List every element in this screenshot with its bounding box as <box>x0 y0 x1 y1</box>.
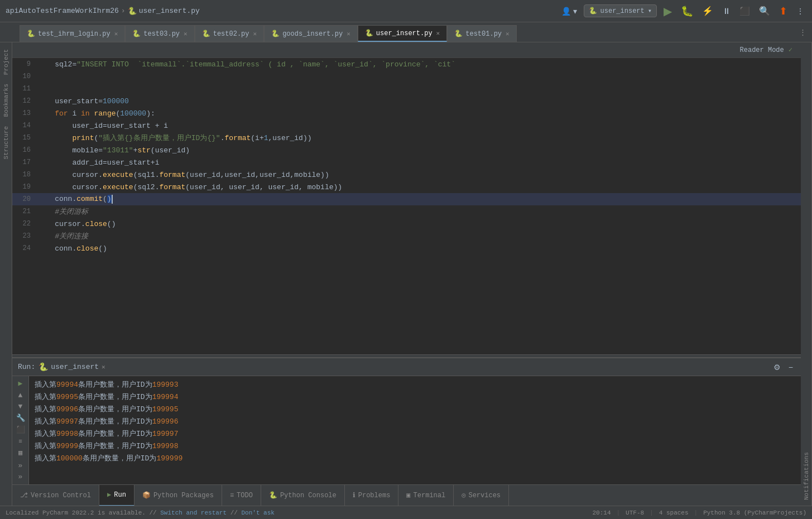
run-button[interactable]: ▶ <box>661 3 674 19</box>
tab-pkg-label: Python Packages <box>153 492 214 499</box>
tab-test03[interactable]: 🐍 test03.py ✕ <box>125 25 194 42</box>
status-encoding: UTF-8 <box>626 510 644 516</box>
profile-run-button[interactable]: ⏸ <box>720 5 733 17</box>
project-name[interactable]: apiAutoTestFrameWorkIhrm26 <box>6 7 119 15</box>
tab-close[interactable]: ✕ <box>253 30 257 37</box>
tab-test02[interactable]: 🐍 test02.py ✕ <box>195 25 264 42</box>
notifications-sidebar[interactable]: Notifications <box>801 42 812 506</box>
run-config-arrow: ▾ <box>648 7 652 15</box>
tab-problems[interactable]: ℹ Problems <box>345 485 399 506</box>
tab-label: test02.py <box>213 30 249 38</box>
tab-label: test01.py <box>465 30 502 38</box>
tab-test-ihrm-login[interactable]: 🐍 test_ihrm_login.py ✕ <box>20 25 125 42</box>
tab-close[interactable]: ✕ <box>506 30 510 37</box>
tab-services-label: Services <box>468 492 501 499</box>
bottom-panel: Run: 🐍 user_insert ✕ ⚙ − <box>12 358 801 506</box>
output-line-6: 插入第99999条用户数量，用户ID为199998 <box>29 440 801 452</box>
more-actions-button[interactable]: ⋮ <box>794 6 806 17</box>
output-line-7: 插入第100000条用户数量，用户ID为199999 <box>29 452 801 464</box>
code-line-9: 9 sql2="INSERT INTO `itemmall`.`itemmall… <box>12 58 801 70</box>
tab-close[interactable]: ✕ <box>114 30 118 37</box>
tab-version-control[interactable]: ⎇ Version Control <box>12 485 99 506</box>
tab-console-label: Python Console <box>280 492 337 499</box>
bottom-layout: ▶ ▲ ▼ 🔧 ⬛ ≡ ▦ » » 插入第99994条用户数 <box>12 376 801 484</box>
scroll-down-button[interactable]: ▼ <box>15 401 27 412</box>
tab-pkg-icon: 📦 <box>142 491 151 499</box>
settings-button[interactable]: ⚙ <box>771 362 783 373</box>
tab-bar: 🐍 test_ihrm_login.py ✕ 🐍 test03.py ✕ 🐍 t… <box>0 22 812 42</box>
code-line-22: 22 cursor.close() <box>12 218 801 230</box>
more-toolbar[interactable]: » <box>15 460 27 471</box>
run-tab-close[interactable]: ✕ <box>102 363 105 371</box>
tab-run-icon: ▶ <box>107 491 111 499</box>
sidebar-bookmarks[interactable]: Bookmarks <box>1 79 11 121</box>
more-toolbar2[interactable]: » <box>15 472 27 482</box>
stop-run-button[interactable]: ⬛ <box>15 425 27 435</box>
sidebar-project[interactable]: Project <box>1 45 11 79</box>
run-output[interactable]: 插入第99994条用户数量，用户ID为199993 插入第99995条用户数量，… <box>29 376 801 484</box>
restart-run-button[interactable]: ▶ <box>15 378 27 389</box>
tab-todo[interactable]: ≡ TODO <box>222 485 261 506</box>
tab-vc-icon: ⎇ <box>20 491 28 499</box>
tab-goods-insert[interactable]: 🐍 goods_insert.py ✕ <box>264 25 358 42</box>
code-line-23: 23 #关闭连接 <box>12 230 801 242</box>
sidebar-structure[interactable]: Structure <box>1 122 11 164</box>
grid-button[interactable]: ▦ <box>15 448 27 458</box>
tab-console-icon: 🐍 <box>269 491 277 499</box>
tab-services-icon: ◎ <box>462 491 465 499</box>
tab-icon: 🐍 <box>271 30 280 38</box>
tab-label: test03.py <box>143 30 180 38</box>
code-line-18: 18 cursor.execute(sql1.format(user_id,us… <box>12 169 801 181</box>
stop-button[interactable]: ⬛ <box>737 5 752 17</box>
code-line-10: 10 <box>12 70 801 83</box>
status-message: Localized PyCharm 2022.2 is available. /… <box>6 510 275 516</box>
run-tab[interactable]: 🐍 user_insert ✕ <box>39 362 105 372</box>
file-name: user_insert.py <box>139 7 200 15</box>
wrench-button[interactable]: 🔧 <box>15 413 27 424</box>
code-line-15: 15 print("插入第{}条用户数量，用户ID为{}".format(i+1… <box>12 132 801 144</box>
tab-user-insert[interactable]: 🐍 user_insert.py ✕ <box>358 25 447 42</box>
update-button[interactable]: ⬆ <box>777 4 790 18</box>
output-line-4: 插入第99997条用户数量，用户ID为199996 <box>29 415 801 427</box>
code-line-20: 20 conn.commit() <box>12 193 801 205</box>
tab-python-console[interactable]: 🐍 Python Console <box>261 485 345 506</box>
tab-run-label: Run <box>114 491 126 499</box>
tab-icon: 🐍 <box>27 30 35 38</box>
dont-ask-link[interactable]: Don't ask <box>241 510 274 516</box>
tab-terminal[interactable]: ▣ Terminal <box>398 485 454 506</box>
tab-close[interactable]: ✕ <box>347 30 350 37</box>
app-window: apiAutoTestFrameWorkIhrm26 › 🐍 user_inse… <box>0 0 812 519</box>
tab-test01[interactable]: 🐍 test01.py ✕ <box>447 25 516 42</box>
debug-button[interactable]: 🐛 <box>679 4 695 18</box>
output-line-2: 插入第99995条用户数量，用户ID为199994 <box>29 391 801 403</box>
tab-close[interactable]: ✕ <box>436 30 440 37</box>
format-button[interactable]: ≡ <box>15 436 27 446</box>
run-config-selector[interactable]: 🐍 user_insert ▾ <box>584 4 657 17</box>
coverage-button[interactable]: ⚡ <box>700 4 715 17</box>
tab-icon: 🐍 <box>132 30 141 38</box>
tab-run[interactable]: ▶ Run <box>99 485 134 506</box>
tab-python-packages[interactable]: 📦 Python Packages <box>134 485 222 506</box>
reader-mode-label[interactable]: Reader Mode <box>740 46 784 54</box>
tab-terminal-label: Terminal <box>414 492 446 499</box>
code-editor[interactable]: 9 sql2="INSERT INTO `itemmall`.`itemmall… <box>12 58 801 354</box>
breadcrumb-separator: › <box>121 7 126 15</box>
bottom-panel-header: Run: 🐍 user_insert ✕ ⚙ − <box>12 358 801 376</box>
status-python[interactable]: Python 3.8 (PyCharmProjects) <box>703 510 806 516</box>
tab-icon: 🐍 <box>202 30 210 38</box>
code-line-21: 21 #关闭游标 <box>12 205 801 218</box>
tab-overflow-menu[interactable]: ⋮ <box>794 28 812 37</box>
tab-problems-icon: ℹ <box>353 491 355 499</box>
profile-button[interactable]: 👤 ▾ <box>559 6 579 17</box>
editor-area: Project Bookmarks Structure Reader Mode … <box>0 42 812 506</box>
search-button[interactable]: 🔍 <box>757 4 772 17</box>
run-tab-icon: 🐍 <box>39 362 48 372</box>
status-bar: Localized PyCharm 2022.2 is available. /… <box>0 506 812 519</box>
tab-close[interactable]: ✕ <box>184 30 188 37</box>
switch-restart-link[interactable]: Switch and restart <box>160 510 227 516</box>
tab-terminal-icon: ▣ <box>406 491 410 499</box>
output-line-5: 插入第99998条用户数量，用户ID为199997 <box>29 427 801 440</box>
minimize-panel-button[interactable]: − <box>786 362 795 373</box>
tab-services[interactable]: ◎ Services <box>454 485 509 506</box>
scroll-up-button[interactable]: ▲ <box>15 390 27 401</box>
